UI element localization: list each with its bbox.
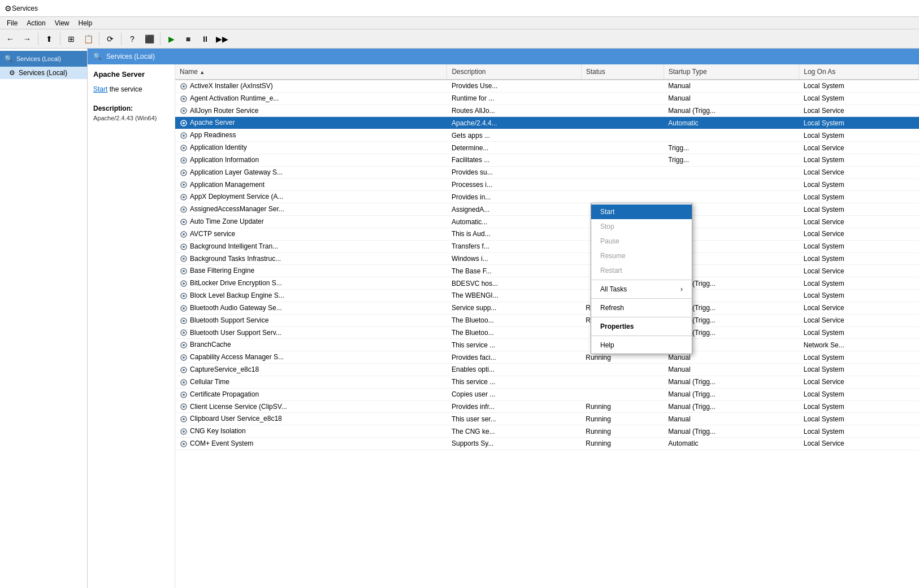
svg-point-33 [183, 282, 185, 285]
table-row[interactable]: AVCTP service This is Aud... Trigg... Lo… [175, 228, 919, 240]
table-row[interactable]: AppX Deployment Service (A... Provides i… [175, 191, 919, 203]
table-row[interactable]: Certificate Propagation Copies user ... … [175, 388, 919, 400]
table-row[interactable]: App Readiness Gets apps ... Local System [175, 129, 919, 142]
table-row[interactable]: Cellular Time This service ... Manual (T… [175, 376, 919, 388]
stop-service-button[interactable]: ■ [180, 32, 196, 46]
nav-search-icon: 🔍 [5, 55, 13, 63]
context-menu-item-properties[interactable]: Properties [591, 319, 692, 334]
table-row[interactable]: Background Intelligent Tran... Transfers… [175, 240, 919, 252]
cell-desc: The CNG ke... [447, 425, 581, 438]
table-row[interactable]: Bluetooth Audio Gateway Se... Service su… [175, 302, 919, 314]
cell-status [581, 376, 664, 388]
show-hide-tree-button[interactable]: ⊞ [63, 32, 79, 46]
table-row[interactable]: BitLocker Drive Encryption S... BDESVC h… [175, 277, 919, 290]
col-header-logon[interactable]: Log On As [799, 64, 919, 80]
cell-name: Bluetooth Support Service [175, 314, 447, 326]
table-row[interactable]: Bluetooth User Support Serv... The Bluet… [175, 326, 919, 339]
table-row[interactable]: BranchCache This service ... Manual Netw… [175, 339, 919, 351]
table-row[interactable]: Clipboard User Service_e8c18 This user s… [175, 413, 919, 425]
context-menu-item-all-tasks[interactable]: All Tasks› [591, 282, 692, 297]
col-header-description[interactable]: Description [447, 64, 581, 80]
cell-name: Certificate Propagation [175, 388, 447, 400]
menu-file[interactable]: File [2, 18, 22, 28]
cell-desc: This service ... [447, 376, 581, 388]
cell-desc: Copies user ... [447, 388, 581, 400]
cell-startup: Automatic [664, 117, 799, 129]
help-button[interactable]: ? [124, 32, 140, 46]
properties-button[interactable]: ⬛ [141, 32, 157, 46]
menu-view[interactable]: View [50, 18, 74, 28]
table-row[interactable]: Bluetooth Support Service The Bluetoo...… [175, 314, 919, 326]
cell-desc: Provides Use... [447, 80, 581, 92]
table-row[interactable]: Base Filtering Engine The Base F... c Lo… [175, 265, 919, 277]
table-row[interactable]: Application Management Processes i... Lo… [175, 178, 919, 191]
table-row[interactable]: AllJoyn Router Service Routes AllJo... M… [175, 104, 919, 117]
svg-point-57 [183, 430, 185, 433]
up-button[interactable]: ⬆ [41, 32, 57, 46]
menu-help[interactable]: Help [74, 18, 97, 28]
table-row[interactable]: COM+ Event System Supports Sy... Running… [175, 438, 919, 450]
svg-point-21 [183, 208, 185, 211]
col-header-status[interactable]: Status [581, 64, 664, 80]
svg-point-11 [183, 147, 185, 149]
new-window-button[interactable]: 📋 [80, 32, 96, 46]
back-button[interactable]: ← [2, 32, 18, 46]
table-row[interactable]: Auto Time Zone Updater Automatic... Loca… [175, 216, 919, 228]
table-row[interactable]: Background Tasks Infrastruc... Windows i… [175, 252, 919, 265]
table-row[interactable]: Agent Activation Runtime_e... Runtime fo… [175, 92, 919, 104]
table-row[interactable]: Application Identity Determine... Trigg.… [175, 142, 919, 154]
refresh-button[interactable]: ⟳ [102, 32, 118, 46]
menu-action[interactable]: Action [22, 18, 50, 28]
table-row[interactable]: Capability Access Manager S... Provides … [175, 351, 919, 364]
cell-status [581, 92, 664, 104]
context-menu-item-refresh[interactable]: Refresh [591, 300, 692, 315]
table-row[interactable]: CNG Key Isolation The CNG ke... Running … [175, 425, 919, 438]
cell-desc: Windows i... [447, 252, 581, 265]
cell-desc: The WBENGI... [447, 290, 581, 302]
cell-desc: This is Aud... [447, 228, 581, 240]
cell-desc: Processes i... [447, 178, 581, 191]
restart-service-button[interactable]: ▶▶ [214, 32, 230, 46]
cell-logon: Local System [799, 191, 919, 203]
svg-point-25 [183, 233, 185, 236]
split-container: Apache Server Start the service Descript… [88, 64, 919, 588]
svg-point-15 [183, 172, 185, 174]
cell-status [581, 154, 664, 166]
cell-name: AssignedAccessManager Ser... [175, 203, 447, 216]
svg-point-19 [183, 196, 185, 198]
col-header-name[interactable]: Name ▲ [175, 64, 447, 80]
cell-name: AllJoyn Router Service [175, 104, 447, 117]
context-menu-item-resume: Resume [591, 249, 692, 263]
nav-item-services-local[interactable]: ⚙ Services (Local) [0, 67, 87, 79]
cell-desc: Automatic... [447, 216, 581, 228]
svg-point-41 [183, 332, 185, 334]
pause-service-button[interactable]: ⏸ [197, 32, 213, 46]
table-row[interactable]: Application Layer Gateway S... Provides … [175, 166, 919, 178]
cell-logon: Local System [799, 92, 919, 104]
table-row[interactable]: CaptureService_e8c18 Enables opti... Man… [175, 364, 919, 376]
col-header-startup[interactable]: Startup Type [664, 64, 799, 80]
cell-logon: Local System [799, 326, 919, 339]
context-menu-separator [591, 280, 692, 280]
cell-desc: AssignedA... [447, 203, 581, 216]
table-row[interactable]: AssignedAccessManager Ser... AssignedA..… [175, 203, 919, 216]
cell-name: AVCTP service [175, 228, 447, 240]
svg-point-43 [183, 344, 185, 346]
cell-status [581, 364, 664, 376]
context-menu-item-start[interactable]: Start [591, 204, 692, 219]
svg-point-55 [183, 418, 185, 420]
table-row[interactable]: Block Level Backup Engine S... The WBENG… [175, 290, 919, 302]
cell-name: Agent Activation Runtime_e... [175, 92, 447, 104]
start-link[interactable]: Start [93, 85, 107, 93]
cell-logon: Local Service [799, 166, 919, 178]
nav-header: 🔍 Services (Local) [0, 51, 87, 67]
table-row[interactable]: Application Information Facilitates ... … [175, 154, 919, 166]
table-row[interactable]: Apache Server Apache/2.4.4... Automatic … [175, 117, 919, 129]
start-service-button[interactable]: ▶ [163, 32, 179, 46]
context-menu-item-help[interactable]: Help [591, 338, 692, 352]
table-row[interactable]: Client License Service (ClipSV... Provid… [175, 400, 919, 413]
cell-logon: Network Se... [799, 339, 919, 351]
cell-logon: Local System [799, 351, 919, 364]
table-row[interactable]: ActiveX Installer (AxInstSV) Provides Us… [175, 80, 919, 92]
forward-button[interactable]: → [19, 32, 35, 46]
